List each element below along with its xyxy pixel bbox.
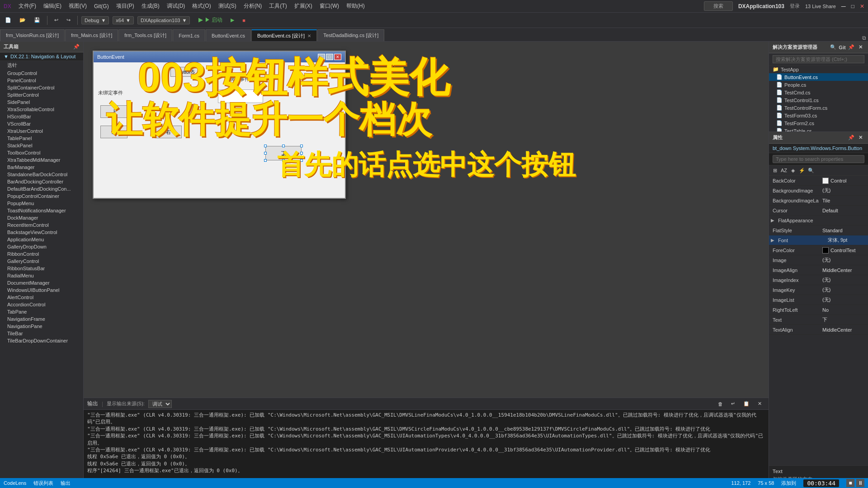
prop-pin-btn[interactable]: 📌: [847, 134, 855, 142]
tab-2[interactable]: frm_Tools.cs [设计]: [118, 29, 172, 41]
sol-close-btn[interactable]: ✕: [856, 43, 864, 52]
form-close-btn[interactable]: ✕: [334, 54, 341, 60]
prop-cursor[interactable]: Cursor Default: [769, 206, 868, 216]
prop-text[interactable]: Text 下: [769, 315, 868, 325]
toolbox-section-nav[interactable]: ▼ DX.22.1: Navigation & Layout: [0, 52, 83, 61]
toolbox-item-tablepanel[interactable]: TablePanel: [0, 135, 83, 142]
toolbox-item-tabbed[interactable]: XtraTabbedMdiManager: [0, 156, 83, 164]
toolbox-item-winui[interactable]: WindowsUIButtonPanel: [0, 286, 83, 294]
tab-0[interactable]: frm_VisionRun.cs [设计]: [0, 29, 65, 41]
sol-item-testform03[interactable]: 📄 TestForm03.cs: [769, 112, 868, 119]
prop-bgimagelayout[interactable]: BackgroundImageLa Tile: [769, 196, 868, 206]
tab-5-active[interactable]: ButtonEvent.cs [设计] ✕: [251, 29, 317, 41]
toolbox-item-userctrl[interactable]: XtraUserControl: [0, 127, 83, 135]
project-dropdown[interactable]: DXApplication103▼: [137, 16, 190, 24]
prop-imagealign[interactable]: ImageAlign MiddleCenter: [769, 265, 868, 275]
menu-git[interactable]: Git(G): [90, 1, 113, 11]
prop-imagekey[interactable]: ImageKey (无): [769, 285, 868, 295]
menu-file[interactable]: 文件(F): [15, 0, 40, 12]
form-btn-right[interactable]: 右: [155, 126, 182, 138]
toolbox-item-tabpane[interactable]: TabPane: [0, 308, 83, 315]
form-btn-left[interactable]: 左: [100, 126, 127, 138]
form-button5[interactable]: button5: [170, 67, 202, 77]
tab-1[interactable]: frm_Main.cs [设计]: [65, 29, 118, 41]
menu-format[interactable]: 格式(O): [189, 0, 214, 12]
tab-4[interactable]: ButtonEvent.cs: [206, 29, 251, 41]
prop-categorized-btn[interactable]: ⊞: [771, 166, 779, 174]
prop-forecolor[interactable]: ForeColor ControlText: [769, 245, 868, 255]
prop-search-input[interactable]: [773, 155, 864, 163]
toolbox-item-splitter[interactable]: SplitterControl: [0, 91, 83, 99]
toolbox-item-bar[interactable]: BarManager: [0, 164, 83, 171]
prop-bgimage[interactable]: BackgroundImage (无): [769, 186, 868, 196]
timer-stop-btn[interactable]: ■: [846, 479, 854, 487]
toolbox-item-alert[interactable]: AlertControl: [0, 294, 83, 301]
tab-close-5[interactable]: ✕: [307, 33, 311, 38]
prop-search-btn[interactable]: 🔍: [807, 166, 815, 174]
toolbox-item-popup-container[interactable]: PopupControlContainer: [0, 192, 83, 200]
menu-tools[interactable]: 工具(T): [265, 0, 290, 12]
expand-icon[interactable]: ▶: [771, 218, 776, 223]
run-button[interactable]: ▶ ▶ 启动: [195, 15, 226, 25]
prop-font[interactable]: ▶ Font 宋体, 9pt: [769, 235, 868, 245]
sol-item-testapp[interactable]: 📁 TestApp: [769, 66, 868, 73]
prop-imageindex[interactable]: ImageIndex (无): [769, 275, 868, 285]
prop-imagelist[interactable]: ImageList (无): [769, 295, 868, 305]
timer-pause-btn[interactable]: ⏸: [856, 479, 864, 487]
sol-search-input[interactable]: [773, 55, 864, 63]
menu-build[interactable]: 生成(B): [138, 0, 163, 12]
toolbox-item-default[interactable]: DefaultBarAndDockingCon...: [0, 185, 83, 192]
toolbox-item-xtrascroll[interactable]: XtraScrollableControl: [0, 106, 83, 113]
close-btn[interactable]: ✕: [860, 3, 864, 9]
toolbox-item-recent[interactable]: RecentItemControl: [0, 221, 83, 229]
sol-item-buttonevent[interactable]: 📄 ButtonEvent.cs: [769, 73, 868, 81]
prop-image[interactable]: Image (无): [769, 255, 868, 265]
toolbox-item-backstage[interactable]: BackstageViewControl: [0, 229, 83, 236]
live-share-btn[interactable]: 13 Live Share: [805, 4, 836, 9]
toolbar-open[interactable]: 📂: [16, 16, 29, 24]
menu-extend[interactable]: 扩展(X): [291, 0, 316, 12]
status-item-codelens[interactable]: CodeLens: [4, 480, 26, 486]
toolbox-item-popup-menu[interactable]: PopupMenu: [0, 200, 83, 207]
prop-alpha-btn[interactable]: AZ: [780, 166, 788, 174]
sol-pin-btn[interactable]: 📌: [847, 43, 855, 52]
toolbox-item-panel[interactable]: PanelControl: [0, 77, 83, 84]
toolbox-item-gallery-down[interactable]: GalleryDropDown: [0, 243, 83, 250]
form-body[interactable]: button5 已绑定事件 未绑定事件 上 左 右 下: [94, 62, 345, 198]
prop-textalign[interactable]: TextAlign MiddleCenter: [769, 325, 868, 335]
tab-6[interactable]: TestDadaBiding.cs [设计]: [317, 29, 384, 41]
toolbar-undo[interactable]: ↩: [51, 16, 61, 24]
toolbox-item-navframe[interactable]: NavigationFrame: [0, 315, 83, 323]
sol-search-btn[interactable]: 🔍: [829, 43, 837, 52]
sol-item-testtable[interactable]: 📄 TestTable.cs: [769, 127, 868, 131]
toolbox-item-hscroll[interactable]: HScrollBar: [0, 113, 83, 120]
toolbox-item-toolbox[interactable]: ToolboxControl: [0, 149, 83, 156]
prop-flatstyle[interactable]: FlatStyle Standard: [769, 225, 868, 235]
menu-window[interactable]: 窗口(W): [316, 0, 343, 12]
toolbar-save[interactable]: 💾: [31, 16, 43, 24]
status-item-output[interactable]: 输出: [61, 480, 71, 487]
toolbox-item-baranddock[interactable]: BarAndDockingController: [0, 178, 83, 185]
menu-analyze[interactable]: 分析(N): [240, 0, 266, 12]
prop-righttoleft[interactable]: RightToLeft No: [769, 305, 868, 315]
sol-item-testcontrolform[interactable]: 📄 TestControlForm.cs: [769, 104, 868, 112]
toolbox-item-tilebar[interactable]: TileBar: [0, 330, 83, 337]
prop-close-btn[interactable]: ✕: [856, 134, 864, 142]
toolbox-item-appmenu[interactable]: ApplicationMenu: [0, 236, 83, 243]
form-minimize-btn[interactable]: ─: [318, 54, 325, 60]
toolbox-item-navpane[interactable]: NavigationPane: [0, 323, 83, 330]
toolbox-item-sidepanel[interactable]: SidePanel: [0, 99, 83, 106]
menu-edit[interactable]: 编辑(E): [40, 0, 65, 12]
toolbox-item-vscroll[interactable]: VScrollBar: [0, 120, 83, 127]
toolbox-item-standalone[interactable]: StandaloneBarDockControl: [0, 171, 83, 178]
maximize-btn[interactable]: □: [851, 3, 854, 9]
tab-3[interactable]: Form1.cs: [173, 29, 205, 41]
search-box[interactable]: 搜索: [704, 1, 733, 11]
stop-button[interactable]: ■: [239, 16, 249, 24]
toolbar-redo[interactable]: ↪: [63, 16, 74, 24]
output-copy-btn[interactable]: 📋: [740, 399, 753, 408]
toolbox-item-stackpanel[interactable]: StackPanel: [0, 142, 83, 149]
sol-search-box[interactable]: [769, 53, 868, 66]
toolbox-item-toast[interactable]: ToastNotificationsManager: [0, 207, 83, 214]
prop-flatappearance[interactable]: ▶ FlatAppearance: [769, 216, 868, 225]
